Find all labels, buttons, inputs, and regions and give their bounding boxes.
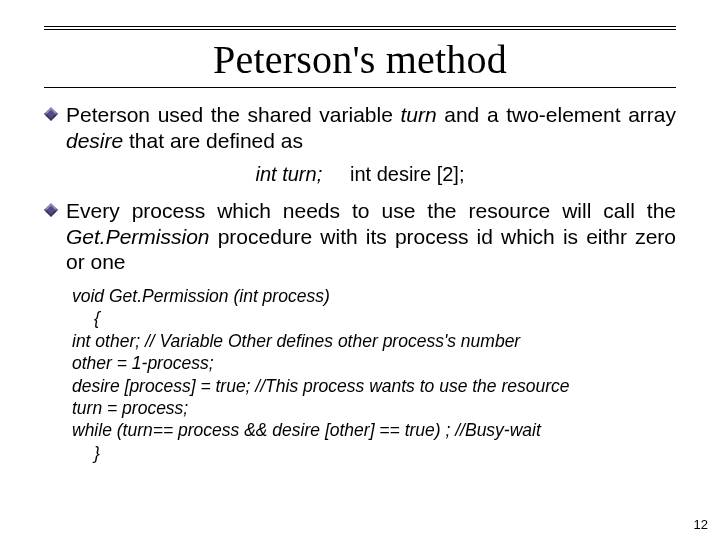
code-block: void Get.Permission (int process) { int … — [72, 285, 676, 464]
var-turn: turn — [400, 103, 436, 126]
declaration-line: int turn; int desire [2]; — [44, 163, 676, 186]
code-line: } — [94, 442, 676, 464]
decl-turn: int turn; — [255, 163, 322, 185]
code-line: int other; // Variable Other defines oth… — [72, 330, 676, 352]
code-line: while (turn== process && desire [other] … — [72, 419, 676, 441]
top-rule-1 — [44, 26, 676, 27]
title-underline — [44, 87, 676, 88]
var-desire: desire — [66, 129, 123, 152]
body-list: Peterson used the shared variable turn a… — [44, 102, 676, 153]
code-line: void Get.Permission (int process) — [72, 285, 676, 307]
text: and a two-element array — [437, 103, 676, 126]
decl-desire: int desire [2]; — [350, 163, 465, 185]
code-line: desire [process] = true; //This process … — [72, 375, 676, 397]
bullet-2: Every process which needs to use the res… — [44, 198, 676, 275]
text: Every process which needs to use the res… — [66, 199, 676, 222]
body-list-2: Every process which needs to use the res… — [44, 198, 676, 275]
code-line: other = 1-process; — [72, 352, 676, 374]
bullet-1: Peterson used the shared variable turn a… — [44, 102, 676, 153]
code-line: turn = process; — [72, 397, 676, 419]
text: that are defined as — [123, 129, 303, 152]
text: Peterson used the shared variable — [66, 103, 400, 126]
slide: Peterson's method Peterson used the shar… — [0, 0, 720, 540]
top-rule-2 — [44, 29, 676, 30]
proc-name: Get.Permission — [66, 225, 210, 248]
code-line: { — [94, 307, 676, 329]
page-number: 12 — [694, 517, 708, 532]
slide-title: Peterson's method — [44, 36, 676, 83]
